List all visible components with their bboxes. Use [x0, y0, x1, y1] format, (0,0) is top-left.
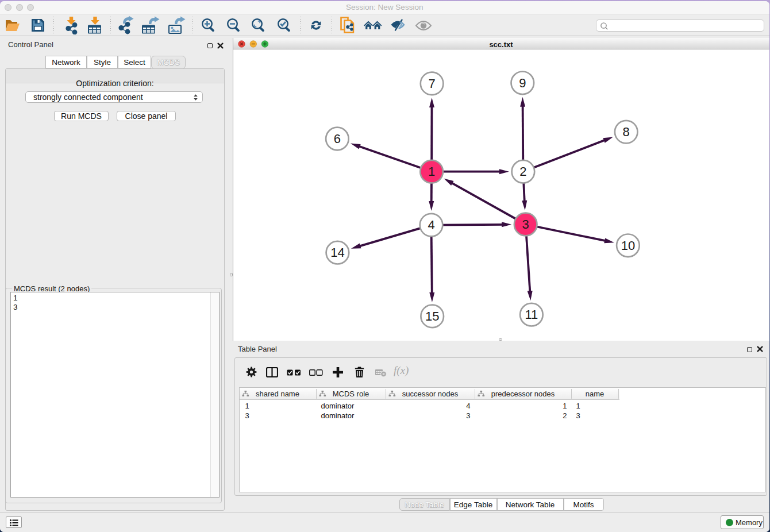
svg-text:6: 6: [333, 132, 340, 146]
svg-text:1: 1: [428, 164, 434, 179]
svg-text:11: 11: [525, 307, 538, 322]
svg-text:4: 4: [428, 218, 434, 232]
svg-text:2: 2: [519, 164, 526, 179]
svg-text:8: 8: [622, 125, 629, 139]
svg-text:3: 3: [522, 217, 529, 232]
svg-text:9: 9: [519, 76, 526, 90]
svg-text:14: 14: [330, 245, 344, 260]
svg-text:10: 10: [621, 238, 634, 253]
svg-text:7: 7: [428, 76, 435, 91]
svg-text:15: 15: [425, 309, 438, 323]
